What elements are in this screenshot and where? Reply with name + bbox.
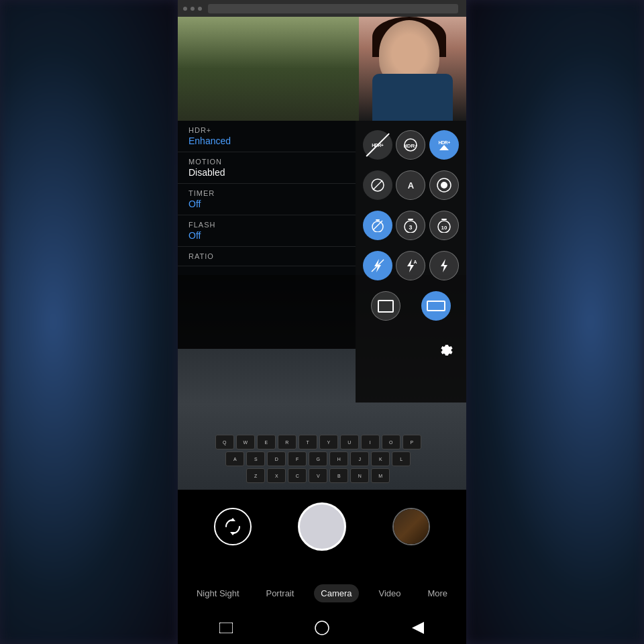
flash-setting-row[interactable]: FLASH Off	[178, 215, 356, 247]
ratio-setting-row[interactable]: RATIO	[178, 247, 356, 266]
hdr-auto-button[interactable]: HDR+	[396, 130, 425, 160]
mode-tabs-bar: Night Sight Portrait Camera Video More	[178, 574, 466, 612]
key-p: P	[402, 435, 421, 449]
hdr-setting-row[interactable]: HDR+ Enhanced	[178, 121, 356, 152]
motion-on-button[interactable]	[429, 170, 459, 200]
hdr-option-row: HDR+ HDR+ HDR+	[361, 127, 461, 162]
flash-on-button[interactable]	[429, 251, 459, 280]
slash-icon	[366, 133, 390, 157]
timer-10s-button[interactable]: 10	[429, 211, 459, 240]
phone-screen: Q W E R T Y U I O P A S D F G H	[178, 0, 466, 644]
tab-camera[interactable]: Camera	[314, 584, 358, 602]
svg-marker-25	[412, 622, 424, 634]
key-b: B	[329, 468, 348, 483]
motion-off-icon	[371, 178, 384, 192]
nav-back-button[interactable]	[405, 614, 431, 641]
key-z: Z	[246, 468, 265, 483]
key-c: C	[288, 468, 307, 483]
camera-viewfinder: Q W E R T Y U I O P A S D F G H	[178, 0, 466, 490]
left-blur-panel	[0, 0, 178, 644]
key-m: M	[371, 468, 390, 483]
timer-setting-row[interactable]: TIMER Off	[178, 184, 356, 215]
settings-gear-button[interactable]	[434, 338, 458, 362]
flash-auto-button[interactable]: A	[396, 251, 425, 280]
key-w: W	[236, 435, 255, 449]
shutter-button[interactable]	[298, 502, 346, 551]
gallery-thumbnail-image	[394, 509, 429, 544]
flash-setting-value: Off	[189, 230, 345, 241]
hdr-setting-value: Enhanced	[189, 136, 345, 146]
tab-more[interactable]: More	[421, 584, 454, 602]
key-f: F	[288, 451, 307, 466]
key-t: T	[299, 435, 317, 449]
back-icon	[412, 622, 424, 634]
flip-icon	[223, 517, 242, 536]
svg-rect-7	[376, 219, 380, 221]
key-r: R	[278, 435, 297, 449]
flash-auto-icon: A	[403, 258, 418, 273]
nav-recents-button[interactable]	[213, 614, 239, 641]
timer-option-row: 3 10	[361, 208, 461, 243]
flip-camera-button[interactable]	[214, 508, 252, 545]
svg-rect-23	[219, 623, 233, 633]
timer-off-button[interactable]	[363, 211, 392, 240]
right-blur-panel	[466, 0, 644, 644]
motion-setting-label: MOTION	[189, 158, 345, 166]
key-s: S	[246, 451, 265, 466]
hdr-auto-icon: HDR+	[404, 138, 417, 152]
key-row-2: A S D F G H J K L	[181, 451, 455, 466]
key-q: Q	[215, 435, 234, 449]
flash-setting-label: FLASH	[189, 221, 345, 229]
browser-area	[178, 0, 466, 121]
person-body	[372, 74, 453, 121]
tab-portrait[interactable]: Portrait	[259, 584, 301, 602]
ratio-option-row	[361, 288, 461, 323]
svg-text:HDR+: HDR+	[404, 143, 417, 149]
svg-marker-2	[439, 145, 449, 150]
tab-video[interactable]: Video	[372, 584, 407, 602]
timer-setting-label: TIMER	[189, 189, 345, 197]
gear-icon	[437, 341, 455, 360]
recents-icon	[219, 623, 233, 633]
hdr-on-button[interactable]: HDR+	[429, 130, 459, 160]
gallery-thumbnail-button[interactable]	[392, 508, 430, 545]
key-e: E	[257, 435, 276, 449]
svg-point-6	[441, 182, 447, 189]
flash-on-icon	[437, 258, 451, 273]
svg-marker-20	[441, 259, 447, 272]
tab-night-sight[interactable]: Night Sight	[190, 584, 246, 602]
ratio-setting-label: RATIO	[189, 252, 345, 260]
flash-off-icon	[370, 258, 385, 273]
nav-home-button[interactable]	[309, 614, 335, 641]
hdr-on-icon	[439, 145, 449, 150]
home-icon	[315, 621, 329, 635]
timer-3-icon: 3	[403, 218, 418, 233]
ratio-43-button[interactable]	[371, 291, 400, 321]
hdr-off-button[interactable]: HDR+	[363, 130, 392, 160]
svg-rect-13	[441, 219, 447, 220]
keyboard-keys: Q W E R T Y U I O P A S D F G H	[181, 435, 455, 483]
key-i: I	[361, 435, 380, 449]
options-panel: HDR+ HDR+ HDR+	[356, 121, 466, 402]
browser-url-bar	[208, 4, 458, 13]
motion-auto-button[interactable]: A	[396, 170, 425, 200]
key-k: K	[371, 451, 390, 466]
ratio-169-button[interactable]	[421, 291, 451, 321]
timer-3s-button[interactable]: 3	[396, 211, 425, 240]
browser-dot-2	[191, 7, 195, 11]
key-v: V	[309, 468, 327, 483]
key-l: L	[392, 451, 411, 466]
svg-text:A: A	[414, 260, 417, 264]
flash-off-button[interactable]	[363, 251, 392, 280]
browser-content	[178, 17, 466, 121]
key-x: X	[267, 468, 286, 483]
motion-off-button[interactable]	[363, 170, 392, 200]
svg-point-24	[315, 621, 329, 635]
browser-dot-3	[198, 7, 202, 11]
timer-off-icon	[371, 219, 384, 232]
navigation-bar	[178, 612, 466, 644]
key-h: H	[329, 451, 348, 466]
motion-setting-row[interactable]: MOTION Disabled	[178, 152, 356, 184]
timer-setting-value: Off	[189, 199, 345, 209]
key-d: D	[267, 451, 286, 466]
